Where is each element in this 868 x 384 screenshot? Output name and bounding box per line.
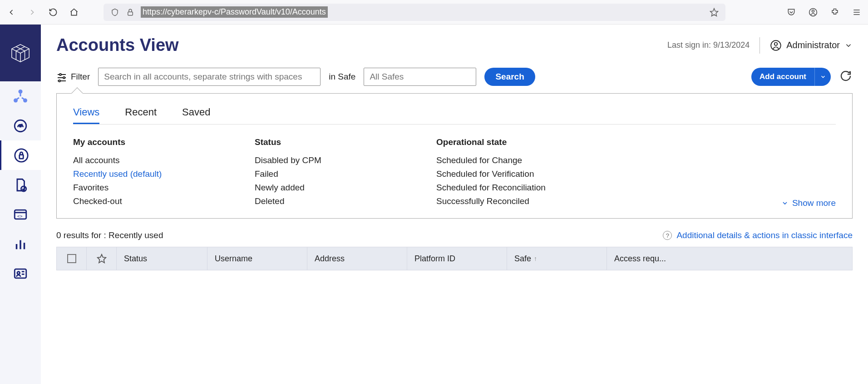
safe-input[interactable] bbox=[364, 68, 476, 86]
filter-col-title: My accounts bbox=[73, 137, 241, 147]
tab-views[interactable]: Views bbox=[73, 106, 99, 124]
svg-rect-0 bbox=[128, 12, 133, 15]
filter-col-title: Operational state bbox=[436, 137, 604, 147]
chevron-down-icon bbox=[781, 199, 789, 207]
sidebar-item-activity[interactable] bbox=[0, 229, 41, 259]
bookmark-star-icon[interactable] bbox=[709, 7, 719, 17]
sidebar: <> bbox=[0, 25, 41, 384]
sort-asc-icon: ↑ bbox=[534, 255, 537, 262]
filter-item[interactable]: Disabled by CPM bbox=[255, 154, 423, 167]
search-button[interactable]: Search bbox=[484, 68, 535, 86]
add-account-button[interactable]: Add account bbox=[751, 68, 831, 86]
filter-item[interactable]: Deleted bbox=[255, 194, 423, 208]
filter-col-my-accounts: My accounts All accounts Recently used (… bbox=[73, 137, 241, 208]
sidebar-item-users[interactable] bbox=[0, 259, 41, 288]
classic-link-label: Additional details & actions in classic … bbox=[676, 230, 853, 240]
home-icon[interactable] bbox=[69, 7, 79, 17]
reload-icon[interactable] bbox=[48, 7, 58, 17]
filter-toolbar: Filter in Safe Search Add account bbox=[56, 68, 853, 86]
filter-panel: Views Recent Saved My accounts All accou… bbox=[56, 93, 853, 219]
th-address[interactable]: Address bbox=[307, 247, 407, 270]
svg-point-25 bbox=[17, 271, 20, 274]
star-icon bbox=[97, 254, 107, 264]
svg-text:<>: <> bbox=[17, 214, 23, 219]
svg-point-14 bbox=[20, 125, 21, 126]
pocket-icon[interactable] bbox=[786, 7, 796, 17]
sidebar-item-policies[interactable] bbox=[0, 81, 41, 111]
filter-col-operational: Operational state Scheduled for Change S… bbox=[436, 137, 604, 208]
help-icon: ? bbox=[663, 231, 672, 240]
filter-item[interactable]: Scheduled for Reconciliation bbox=[436, 181, 604, 194]
sidebar-item-dashboard[interactable] bbox=[0, 111, 41, 140]
page-title: Accounts View bbox=[56, 35, 179, 55]
filter-toggle[interactable]: Filter bbox=[56, 71, 90, 82]
th-platform-id[interactable]: Platform ID bbox=[407, 247, 507, 270]
th-safe-label: Safe bbox=[514, 254, 531, 264]
svg-point-31 bbox=[59, 74, 61, 75]
svg-point-29 bbox=[774, 42, 778, 45]
tab-saved[interactable]: Saved bbox=[182, 106, 210, 124]
show-more-button[interactable]: Show more bbox=[781, 198, 836, 208]
divider bbox=[760, 37, 760, 54]
svg-marker-1 bbox=[710, 8, 718, 16]
sidebar-item-reports[interactable] bbox=[0, 170, 41, 199]
filter-item[interactable]: Checked-out bbox=[73, 194, 241, 208]
results-bar: 0 results for : Recently used ? Addition… bbox=[56, 230, 853, 240]
in-safe-label: in Safe bbox=[329, 72, 355, 82]
show-more-label: Show more bbox=[792, 198, 836, 208]
th-favorite[interactable] bbox=[87, 247, 117, 270]
filter-item[interactable]: Successfully Reconciled bbox=[436, 194, 604, 208]
table-header: Status Username Address Platform ID Safe… bbox=[56, 247, 853, 270]
th-access-request[interactable]: Access requ... bbox=[607, 247, 853, 270]
filter-item[interactable]: Recently used (default) bbox=[73, 167, 241, 181]
filter-item[interactable]: Favorites bbox=[73, 181, 241, 194]
sidebar-item-accounts[interactable] bbox=[0, 140, 41, 170]
filter-item[interactable]: Scheduled for Change bbox=[436, 154, 604, 167]
menu-icon[interactable] bbox=[852, 7, 862, 17]
svg-point-33 bbox=[63, 77, 65, 79]
add-account-caret[interactable] bbox=[814, 68, 831, 86]
filter-icon bbox=[56, 71, 67, 82]
tab-recent[interactable]: Recent bbox=[125, 106, 157, 124]
last-sign-in: Last sign in: 9/13/2024 bbox=[667, 40, 750, 50]
filter-col-title: Status bbox=[255, 137, 423, 147]
svg-rect-16 bbox=[19, 155, 23, 159]
filter-item[interactable]: Scheduled for Verification bbox=[436, 167, 604, 181]
filter-columns: My accounts All accounts Recently used (… bbox=[73, 137, 836, 208]
add-account-label: Add account bbox=[751, 73, 814, 81]
search-input[interactable] bbox=[98, 68, 321, 86]
user-menu[interactable]: Administrator bbox=[770, 40, 853, 51]
refresh-icon[interactable] bbox=[839, 69, 853, 85]
extensions-icon[interactable] bbox=[830, 7, 840, 17]
classic-interface-link[interactable]: ? Additional details & actions in classi… bbox=[663, 230, 853, 240]
filter-item[interactable]: All accounts bbox=[73, 154, 241, 167]
chevron-down-icon bbox=[844, 41, 853, 50]
lock-icon bbox=[125, 7, 135, 17]
svg-point-3 bbox=[812, 10, 814, 12]
browser-toolbar: https://cyberarkepv-c/PasswordVault/v10/… bbox=[0, 0, 868, 25]
back-icon[interactable] bbox=[6, 7, 16, 17]
shield-icon bbox=[110, 7, 120, 17]
th-status[interactable]: Status bbox=[117, 247, 207, 270]
page-header: Accounts View Last sign in: 9/13/2024 Ad… bbox=[56, 35, 853, 55]
filter-label: Filter bbox=[71, 72, 90, 82]
url-text: https://cyberarkepv-c/PasswordVault/v10/… bbox=[141, 6, 328, 18]
sidebar-item-applications[interactable]: <> bbox=[0, 199, 41, 229]
th-checkbox[interactable] bbox=[57, 247, 87, 270]
th-username[interactable]: Username bbox=[207, 247, 307, 270]
panel-arrow bbox=[71, 87, 83, 99]
filter-item[interactable]: Failed bbox=[255, 167, 423, 181]
account-icon[interactable] bbox=[808, 7, 818, 17]
forward-icon[interactable] bbox=[27, 7, 37, 17]
filter-tabs: Views Recent Saved bbox=[73, 106, 836, 125]
main-content: Accounts View Last sign in: 9/13/2024 Ad… bbox=[41, 25, 868, 384]
th-safe[interactable]: Safe ↑ bbox=[507, 247, 607, 270]
url-bar[interactable]: https://cyberarkepv-c/PasswordVault/v10/… bbox=[104, 4, 725, 21]
app-logo[interactable] bbox=[0, 25, 41, 81]
chrome-right-icons bbox=[786, 7, 862, 17]
user-name: Administrator bbox=[786, 40, 840, 50]
filter-item[interactable]: Newly added bbox=[255, 181, 423, 194]
results-summary: 0 results for : Recently used bbox=[56, 230, 163, 240]
filter-col-status: Status Disabled by CPM Failed Newly adde… bbox=[255, 137, 423, 208]
svg-point-9 bbox=[19, 90, 23, 94]
